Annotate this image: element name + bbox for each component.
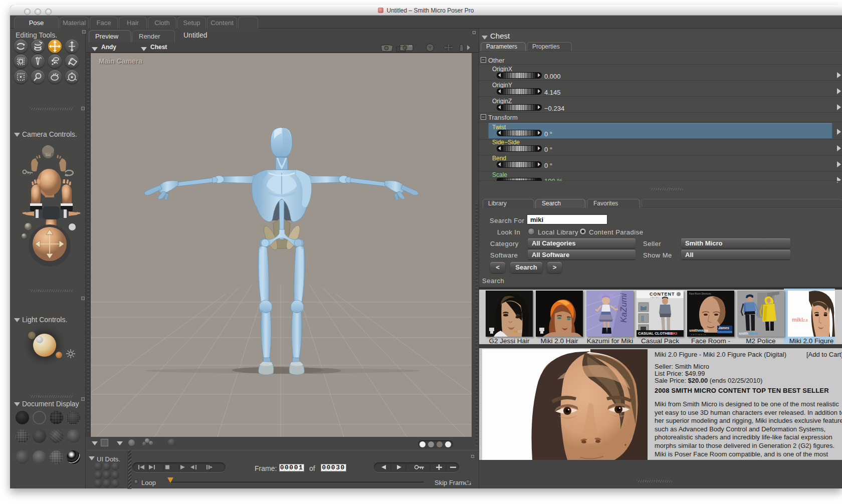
svg-text:m93: m93	[514, 329, 522, 334]
svg-text:software: software	[691, 333, 707, 336]
svg-text:James: James	[718, 326, 729, 330]
svg-text:CASUAL CLOTHES: CASUAL CLOTHES	[638, 331, 673, 336]
svg-text:MIKI: MIKI	[669, 331, 677, 336]
svg-text:Face Room Shortcuts: Face Room Shortcuts	[689, 293, 711, 295]
svg-text:smithmicro: smithmicro	[739, 332, 758, 335]
svg-text:CONTENT: CONTENT	[650, 292, 675, 297]
svg-text:KaZumi: KaZumi	[619, 293, 628, 323]
svg-text:smithmicro: smithmicro	[689, 329, 708, 332]
